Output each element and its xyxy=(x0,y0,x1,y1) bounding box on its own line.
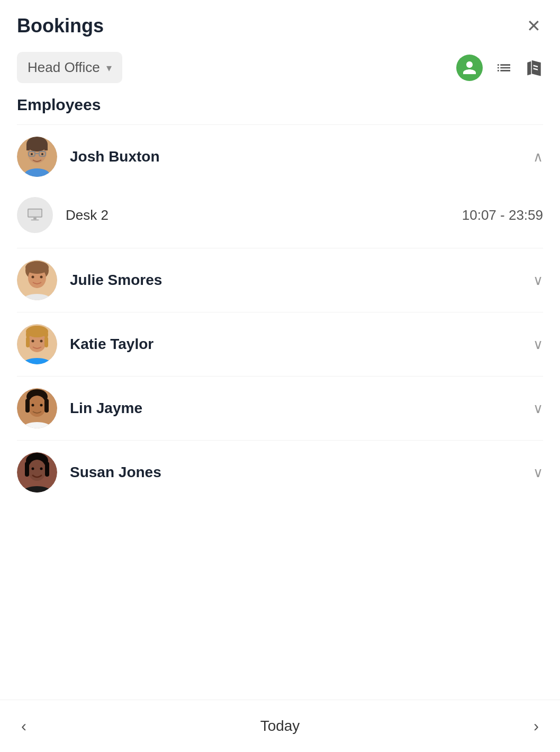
header: Bookings ✕ xyxy=(0,0,560,48)
employee-name-katie: Katie Taylor xyxy=(70,336,533,353)
map-view-button[interactable] xyxy=(525,59,543,77)
person-icon xyxy=(456,55,483,81)
employee-row-susan[interactable]: Susan Jones ∨ xyxy=(17,441,543,504)
svg-rect-4 xyxy=(44,144,48,150)
employee-name-susan: Susan Jones xyxy=(70,464,533,481)
svg-rect-14 xyxy=(31,219,39,220)
employee-row-katie[interactable]: Katie Taylor ∨ xyxy=(17,312,543,376)
page-title: Bookings xyxy=(17,15,104,37)
svg-rect-42 xyxy=(25,462,29,477)
svg-rect-3 xyxy=(26,144,30,150)
svg-point-18 xyxy=(25,261,49,274)
svg-rect-43 xyxy=(45,462,49,477)
avatar-katie xyxy=(17,324,57,364)
svg-rect-13 xyxy=(33,218,37,220)
svg-point-19 xyxy=(32,276,34,279)
list-svg xyxy=(495,59,512,76)
svg-point-29 xyxy=(40,340,43,343)
svg-point-36 xyxy=(32,404,34,407)
chevron-up-icon-josh: ∧ xyxy=(533,149,543,165)
svg-rect-27 xyxy=(44,337,48,347)
svg-rect-12 xyxy=(29,210,41,217)
employee-name-lin: Lin Jayme xyxy=(70,400,533,417)
employee-item-susan: Susan Jones ∨ xyxy=(17,440,543,504)
employees-section-label: Employees xyxy=(0,96,560,124)
employee-list: Josh Buxton ∧ Desk 2 10:07 - 23:59 xyxy=(0,124,560,752)
footer-date: Today xyxy=(260,718,300,735)
avatar-lin xyxy=(17,388,57,428)
employee-row-julie[interactable]: Julie Smores ∨ xyxy=(17,248,543,312)
person-svg xyxy=(462,60,477,76)
employee-item-julie: Julie Smores ∨ xyxy=(17,248,543,312)
list-view-button[interactable] xyxy=(495,59,512,76)
svg-point-25 xyxy=(26,326,48,337)
chevron-down-icon-julie: ∨ xyxy=(533,272,543,289)
svg-point-20 xyxy=(40,276,43,279)
svg-point-28 xyxy=(32,340,34,343)
person-view-button[interactable] xyxy=(456,55,483,81)
svg-point-37 xyxy=(40,404,43,407)
employee-row-lin[interactable]: Lin Jayme ∨ xyxy=(17,377,543,440)
employee-name-julie: Julie Smores xyxy=(70,272,533,289)
avatar-josh xyxy=(17,137,57,177)
chevron-down-icon-lin: ∨ xyxy=(533,400,543,417)
footer: ‹ Today › xyxy=(0,700,560,752)
employee-name-josh: Josh Buxton xyxy=(70,148,533,165)
close-button[interactable]: ✕ xyxy=(525,15,543,37)
svg-point-44 xyxy=(32,468,34,470)
next-button[interactable]: › xyxy=(529,713,543,739)
avatar-julie xyxy=(17,260,57,300)
desk-svg xyxy=(25,208,45,222)
svg-point-9 xyxy=(41,153,43,155)
location-dropdown[interactable]: Head Office ▾ xyxy=(17,52,122,83)
chevron-down-icon-susan: ∨ xyxy=(533,464,543,481)
svg-rect-34 xyxy=(25,399,30,413)
header-icons xyxy=(456,55,543,81)
booking-detail-josh: Desk 2 10:07 - 23:59 xyxy=(17,189,543,248)
app-container: Bookings ✕ Head Office ▾ xyxy=(0,0,560,752)
employee-item-josh: Josh Buxton ∧ Desk 2 10:07 - 23:59 xyxy=(17,124,543,248)
employee-item-katie: Katie Taylor ∨ xyxy=(17,312,543,376)
svg-rect-26 xyxy=(26,337,30,347)
desk-name-josh: Desk 2 xyxy=(66,207,462,223)
svg-rect-35 xyxy=(44,399,49,413)
book-svg xyxy=(525,59,543,77)
booking-time-josh: 10:07 - 23:59 xyxy=(462,207,543,223)
desk-icon xyxy=(17,197,53,233)
chevron-down-icon: ▾ xyxy=(106,61,112,74)
prev-button[interactable]: ‹ xyxy=(17,713,31,739)
svg-point-8 xyxy=(31,153,33,155)
location-label: Head Office xyxy=(28,59,100,76)
employee-row-josh[interactable]: Josh Buxton ∧ xyxy=(17,125,543,189)
avatar-susan xyxy=(17,452,57,493)
sub-header: Head Office ▾ xyxy=(0,48,560,96)
employee-item-lin: Lin Jayme ∨ xyxy=(17,376,543,440)
chevron-down-icon-katie: ∨ xyxy=(533,336,543,353)
svg-point-45 xyxy=(40,468,43,470)
